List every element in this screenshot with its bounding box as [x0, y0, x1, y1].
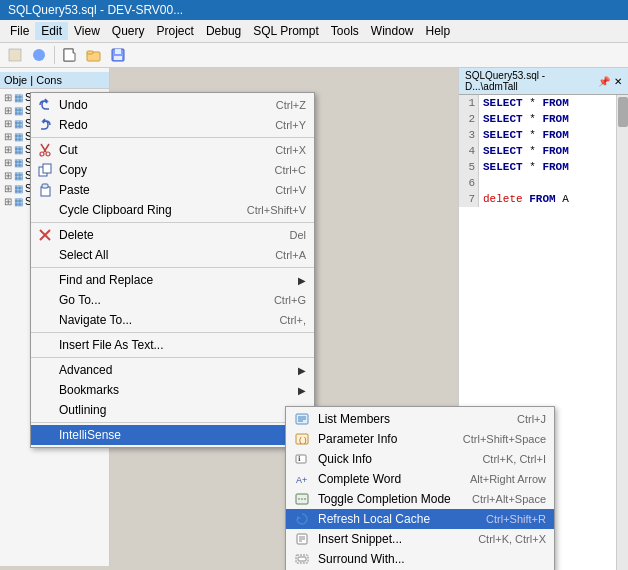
goto-shortcut: Ctrl+G [274, 294, 306, 306]
line-num: 3 [459, 127, 479, 143]
menu-tools[interactable]: Tools [325, 22, 365, 40]
submenu-item-quickinfo[interactable]: ℹ Quick Info Ctrl+K, Ctrl+I [286, 449, 554, 469]
insertfile-label: Insert File As Text... [59, 338, 306, 352]
toolbar-btn-2[interactable] [28, 45, 50, 65]
editor-tab[interactable]: SQLQuery53.sql - D...\admTall 📌 ✕ [459, 68, 628, 95]
menu-bar: File Edit View Query Project Debug SQL P… [0, 20, 628, 43]
menu-item-copy[interactable]: Copy Ctrl+C [31, 160, 314, 180]
menu-help[interactable]: Help [420, 22, 457, 40]
paste-icon [35, 183, 55, 197]
line-num: 7 [459, 191, 479, 207]
line-code[interactable]: SELECT * FROM [479, 127, 569, 143]
line-num: 2 [459, 111, 479, 127]
menu-item-selectall[interactable]: Select All Ctrl+A [31, 245, 314, 265]
submenu-arrow: ▶ [298, 365, 306, 376]
line-code[interactable]: delete FROM A [479, 191, 569, 207]
toolbar-sep-1 [54, 46, 55, 64]
copy-label: Copy [59, 163, 255, 177]
menu-section-intellisense: IntelliSense ▶ [31, 423, 314, 447]
svg-line-10 [44, 144, 49, 152]
outlining-label: Outlining [59, 403, 298, 417]
paste-label: Paste [59, 183, 255, 197]
redo-icon [35, 118, 55, 132]
submenu-item-insertsnippet[interactable]: Insert Snippet... Ctrl+K, Ctrl+X [286, 529, 554, 549]
navigate-shortcut: Ctrl+, [279, 314, 306, 326]
svg-point-11 [40, 152, 44, 156]
menu-item-intellisense[interactable]: IntelliSense ▶ [31, 425, 314, 445]
menu-item-outlining[interactable]: Outlining ▶ [31, 400, 314, 420]
refreshcache-label: Refresh Local Cache [318, 512, 486, 526]
code-line-2: 2 SELECT * FROM [459, 111, 628, 127]
menu-item-navigate[interactable]: Navigate To... Ctrl+, [31, 310, 314, 330]
line-code[interactable]: SELECT * FROM [479, 159, 569, 175]
submenu-item-refreshcache[interactable]: Refresh Local Cache Ctrl+Shift+R [286, 509, 554, 529]
submenu-item-surround[interactable]: Surround With... [286, 549, 554, 569]
selectall-shortcut: Ctrl+A [275, 249, 306, 261]
svg-rect-16 [42, 184, 48, 188]
menu-window[interactable]: Window [365, 22, 420, 40]
code-line-7: 7 delete FROM A [459, 191, 628, 207]
quickinfo-label: Quick Info [318, 452, 482, 466]
table-icon: ▦ [14, 92, 23, 103]
main-content: Obje | Cons ⊞ ▦ Snapshot.ElementC… ⊞ ▦ S… [0, 68, 628, 566]
menu-debug[interactable]: Debug [200, 22, 247, 40]
menu-item-redo[interactable]: Redo Ctrl+Y [31, 115, 314, 135]
cut-label: Cut [59, 143, 255, 157]
submenu-item-togglecompletion[interactable]: Toggle Completion Mode Ctrl+Alt+Space [286, 489, 554, 509]
surround-label: Surround With... [318, 552, 546, 566]
menu-item-goto[interactable]: Go To... Ctrl+G [31, 290, 314, 310]
line-code[interactable]: SELECT * FROM [479, 111, 569, 127]
table-icon: ▦ [14, 183, 23, 194]
copy-icon [35, 163, 55, 177]
menu-sqlprompt[interactable]: SQL Prompt [247, 22, 325, 40]
toolbar-save[interactable] [107, 45, 129, 65]
code-line-4: 4 SELECT * FROM [459, 143, 628, 159]
svg-rect-36 [298, 557, 306, 561]
line-num: 6 [459, 175, 479, 191]
submenu-item-completeword[interactable]: A+ Complete Word Alt+Right Arrow [286, 469, 554, 489]
menu-item-paste[interactable]: Paste Ctrl+V [31, 180, 314, 200]
intellisense-label: IntelliSense [59, 428, 298, 442]
toolbar-new[interactable] [59, 45, 81, 65]
line-code[interactable]: SELECT * FROM [479, 95, 569, 111]
menu-file[interactable]: File [4, 22, 35, 40]
title-bar: SQLQuery53.sql - DEV-SRV00... [0, 0, 628, 20]
menu-item-findreplace[interactable]: Find and Replace ▶ [31, 270, 314, 290]
submenu-item-listmembers[interactable]: List Members Ctrl+J [286, 409, 554, 429]
menu-item-insertfile[interactable]: Insert File As Text... [31, 335, 314, 355]
paraminfo-icon: ( ) [290, 432, 314, 446]
left-panel-tab[interactable]: Obje | Cons [0, 72, 109, 89]
table-icon: ▦ [14, 144, 23, 155]
menu-item-delete[interactable]: Delete Del [31, 225, 314, 245]
menu-view[interactable]: View [68, 22, 106, 40]
refreshcache-shortcut: Ctrl+Shift+R [486, 513, 546, 525]
togglecompletion-icon [290, 492, 314, 506]
line-code[interactable] [479, 175, 483, 191]
svg-rect-7 [115, 49, 121, 54]
menu-item-advanced[interactable]: Advanced ▶ [31, 360, 314, 380]
expand-icon: ⊞ [4, 183, 12, 194]
submenu-item-paraminfo[interactable]: ( ) Parameter Info Ctrl+Shift+Space [286, 429, 554, 449]
scrollbar[interactable] [616, 95, 628, 570]
close-icon[interactable]: ✕ [614, 76, 622, 87]
line-code[interactable]: SELECT * FROM [479, 143, 569, 159]
menu-query[interactable]: Query [106, 22, 151, 40]
menu-item-bookmarks[interactable]: Bookmarks ▶ [31, 380, 314, 400]
toolbar-btn-1[interactable] [4, 45, 26, 65]
menu-item-cut[interactable]: Cut Ctrl+X [31, 140, 314, 160]
menu-section-advanced: Advanced ▶ Bookmarks ▶ Outlining ▶ [31, 358, 314, 423]
svg-rect-14 [43, 164, 51, 173]
table-icon: ▦ [14, 196, 23, 207]
line-num: 1 [459, 95, 479, 111]
pin-icon[interactable]: 📌 [598, 76, 610, 87]
surround-icon [290, 552, 314, 566]
menu-project[interactable]: Project [151, 22, 200, 40]
svg-rect-5 [87, 51, 93, 54]
toolbar-open[interactable] [83, 45, 105, 65]
tab-icons: 📌 ✕ [598, 76, 622, 87]
intellisense-submenu: List Members Ctrl+J ( ) Parameter Info C… [285, 406, 555, 570]
menu-item-undo[interactable]: Undo Ctrl+Z [31, 95, 314, 115]
menu-item-cycle-clipboard[interactable]: Cycle Clipboard Ring Ctrl+Shift+V [31, 200, 314, 220]
line-num: 4 [459, 143, 479, 159]
menu-edit[interactable]: Edit [35, 22, 68, 40]
